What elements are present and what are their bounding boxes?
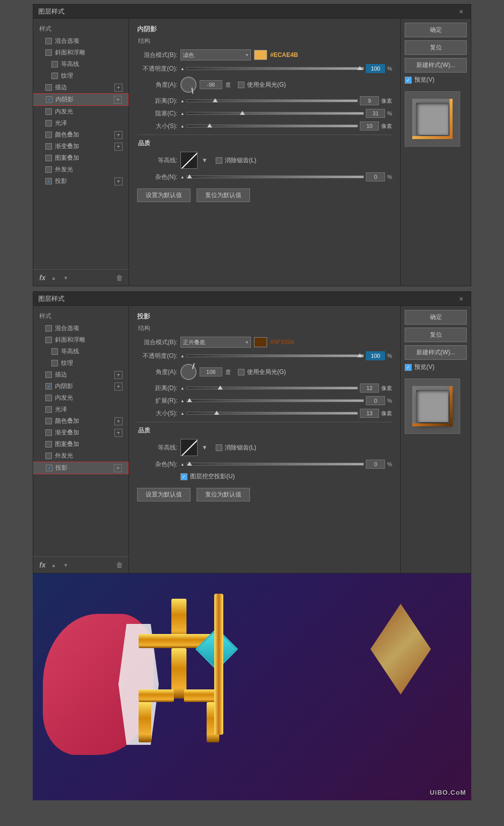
sidebar-item-satin[interactable]: 光泽 — [33, 117, 129, 129]
d2-blend-mode-select[interactable]: 正片叠底 — [180, 337, 251, 348]
ok-btn-1[interactable]: 确定 — [405, 23, 467, 37]
dialog2-close-btn[interactable]: × — [457, 294, 466, 303]
opacity-slider[interactable] — [186, 67, 364, 70]
d2-gradient-overlay-plus-btn[interactable]: + — [114, 429, 122, 437]
sidebar-item-gradient-overlay[interactable]: 渐变叠加 + — [33, 141, 129, 152]
d2-inner-glow-checkbox[interactable] — [45, 395, 52, 401]
inner-shadow-plus-btn[interactable]: + — [114, 96, 122, 104]
blend-mode-select-wrapper[interactable]: 滤色 — [180, 49, 251, 60]
d2-texture-checkbox[interactable] — [51, 360, 58, 366]
blend-options-checkbox[interactable] — [45, 38, 52, 44]
noise-input[interactable] — [366, 172, 385, 181]
d2-delete-btn[interactable]: 🗑 — [116, 561, 123, 569]
d2-preview-checkbox[interactable]: ✓ — [405, 364, 412, 371]
d2-outer-glow-checkbox[interactable] — [45, 453, 52, 459]
opacity-input[interactable] — [366, 64, 385, 73]
distance-input[interactable] — [360, 96, 379, 105]
sidebar-item-blend-options[interactable]: 混合选项 — [33, 35, 129, 47]
contour-preview[interactable] — [180, 152, 198, 169]
d2-noise-slider[interactable] — [186, 463, 364, 466]
size-slider[interactable] — [186, 124, 358, 128]
inner-glow-checkbox[interactable] — [45, 108, 52, 115]
d2-color-swatch[interactable] — [254, 337, 267, 347]
d2-drop-shadow-plus-btn[interactable]: + — [114, 464, 122, 472]
d2-sidebar-item-contour[interactable]: 等高线 — [33, 346, 129, 357]
stroke-plus-btn[interactable]: + — [114, 84, 122, 92]
preview-checkbox-1[interactable]: ✓ — [405, 77, 412, 84]
d2-angle-input[interactable] — [200, 367, 222, 376]
d2-contour-checkbox[interactable] — [51, 348, 58, 355]
d2-sidebar-item-color-overlay[interactable]: 颜色叠加 + — [33, 415, 129, 427]
d2-anti-alias-checkbox[interactable] — [216, 444, 222, 451]
sidebar-item-outer-glow[interactable]: 外发光 — [33, 164, 129, 175]
d2-new-style-btn[interactable]: 新建样式(W)... — [405, 345, 467, 360]
d2-noise-input[interactable] — [366, 460, 385, 469]
sidebar-item-drop-shadow[interactable]: ✓ 投影 + — [33, 175, 129, 187]
d2-sidebar-item-blend-options[interactable]: 混合选项 — [33, 323, 129, 334]
d2-contour-preview[interactable] — [180, 439, 198, 456]
distance-slider[interactable] — [186, 99, 358, 102]
noise-slider[interactable] — [186, 175, 364, 178]
move-up-btn[interactable]: ▲ — [49, 274, 57, 282]
sidebar-item-pattern-overlay[interactable]: 图案叠加 — [33, 152, 129, 164]
d2-color-overlay-plus-btn[interactable]: + — [114, 417, 122, 425]
new-style-btn-1[interactable]: 新建样式(W)... — [405, 58, 467, 73]
blend-mode-select[interactable]: 滤色 — [180, 49, 251, 60]
d2-distance-input[interactable] — [360, 384, 379, 393]
d2-move-up-btn[interactable]: ▲ — [49, 561, 57, 569]
satin-checkbox[interactable] — [45, 120, 52, 126]
d2-opacity-input[interactable] — [366, 351, 385, 360]
dialog1-close-btn[interactable]: × — [457, 7, 466, 16]
d2-sidebar-item-satin[interactable]: 光泽 — [33, 404, 129, 415]
gradient-overlay-checkbox[interactable] — [45, 143, 52, 150]
d2-reset-default-btn[interactable]: 复位为默认值 — [197, 488, 250, 501]
d2-inner-shadow-plus-btn[interactable]: + — [114, 383, 122, 391]
reset-btn-1[interactable]: 复位 — [405, 40, 467, 55]
choke-slider[interactable] — [186, 112, 364, 115]
d2-blend-mode-select-wrapper[interactable]: 正片叠底 — [180, 337, 251, 348]
d2-knockout-checkbox[interactable]: ✓ — [180, 473, 187, 480]
stroke-checkbox[interactable] — [45, 84, 52, 91]
d2-sidebar-item-texture[interactable]: 纹理 — [33, 357, 129, 369]
color-overlay-checkbox[interactable] — [45, 132, 52, 138]
gradient-overlay-plus-btn[interactable]: + — [114, 143, 122, 151]
d2-size-slider[interactable] — [186, 412, 358, 415]
d2-sidebar-item-pattern-overlay[interactable]: 图案叠加 — [33, 438, 129, 450]
d2-reset-btn[interactable]: 复位 — [405, 328, 467, 342]
angle-input[interactable] — [200, 80, 222, 89]
d2-sidebar-item-stroke[interactable]: 描边 + — [33, 369, 129, 380]
d2-spread-input[interactable] — [366, 396, 385, 405]
drop-shadow-checkbox[interactable]: ✓ — [45, 178, 52, 184]
d2-blend-options-checkbox[interactable] — [45, 325, 52, 332]
d2-size-input[interactable] — [360, 409, 379, 418]
d2-sidebar-item-bevel[interactable]: 斜面和浮雕 — [33, 334, 129, 346]
d2-color-overlay-checkbox[interactable] — [45, 418, 52, 424]
d2-pattern-overlay-checkbox[interactable] — [45, 441, 52, 448]
inner-shadow-checkbox[interactable]: ✓ — [46, 96, 52, 103]
sidebar-item-inner-glow[interactable]: 内发光 — [33, 106, 129, 117]
d2-ok-btn[interactable]: 确定 — [405, 310, 467, 325]
d2-distance-slider[interactable] — [186, 387, 358, 390]
anti-alias-checkbox[interactable] — [216, 157, 222, 164]
texture-checkbox[interactable] — [51, 73, 58, 79]
d2-drop-shadow-checkbox[interactable]: ✓ — [46, 465, 52, 471]
d2-satin-checkbox[interactable] — [45, 406, 52, 413]
d2-stroke-checkbox[interactable] — [45, 371, 52, 378]
color-swatch-1[interactable] — [254, 50, 267, 60]
sidebar-item-stroke[interactable]: 描边 + — [33, 82, 129, 93]
d2-sidebar-item-inner-shadow[interactable]: ✓ 内阴影 + — [33, 380, 129, 392]
d2-spread-slider[interactable] — [186, 399, 364, 402]
d2-gradient-overlay-checkbox[interactable] — [45, 429, 52, 436]
d2-contour-dropdown-arrow[interactable]: ▼ — [202, 444, 208, 451]
set-default-btn-1[interactable]: 设置为默认值 — [137, 188, 191, 202]
d2-sidebar-item-drop-shadow[interactable]: ✓ 投影 + — [33, 462, 129, 474]
delete-btn[interactable]: 🗑 — [116, 274, 123, 282]
contour-checkbox[interactable] — [51, 61, 58, 68]
d2-bevel-checkbox[interactable] — [45, 337, 52, 343]
size-input[interactable] — [360, 121, 379, 131]
d2-move-down-btn[interactable]: ▼ — [61, 561, 70, 569]
d2-sidebar-item-inner-glow[interactable]: 内发光 — [33, 392, 129, 404]
sidebar-item-inner-shadow[interactable]: ✓ 内阴影 + — [33, 93, 129, 106]
move-down-btn[interactable]: ▼ — [61, 274, 70, 282]
sidebar-item-contour[interactable]: 等高线 — [33, 58, 129, 70]
